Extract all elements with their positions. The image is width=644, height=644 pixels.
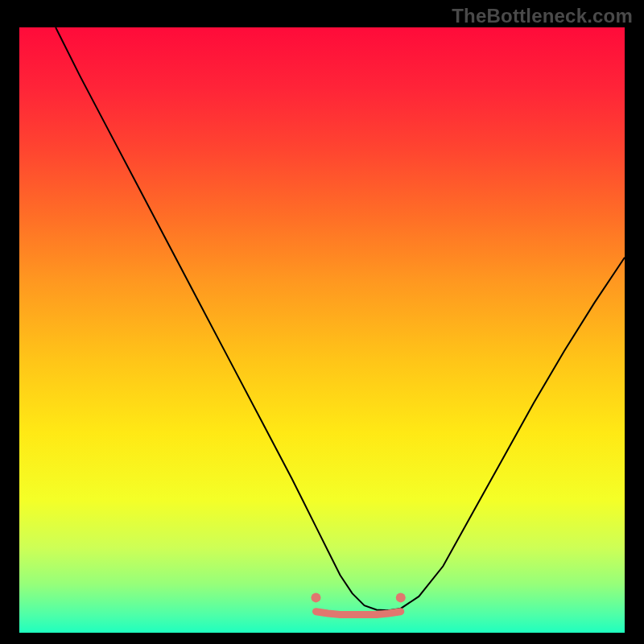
- chart-svg: [19, 27, 625, 633]
- optimal-range-endpoint: [396, 592, 406, 602]
- watermark-text: TheBottleneck.com: [452, 5, 633, 27]
- gradient-background: [19, 27, 625, 633]
- optimal-range-endpoint: [311, 592, 320, 602]
- optimal-range-segment: [316, 612, 400, 615]
- chart-frame: TheBottleneck.com: [0, 0, 644, 644]
- plot-area: [19, 27, 625, 633]
